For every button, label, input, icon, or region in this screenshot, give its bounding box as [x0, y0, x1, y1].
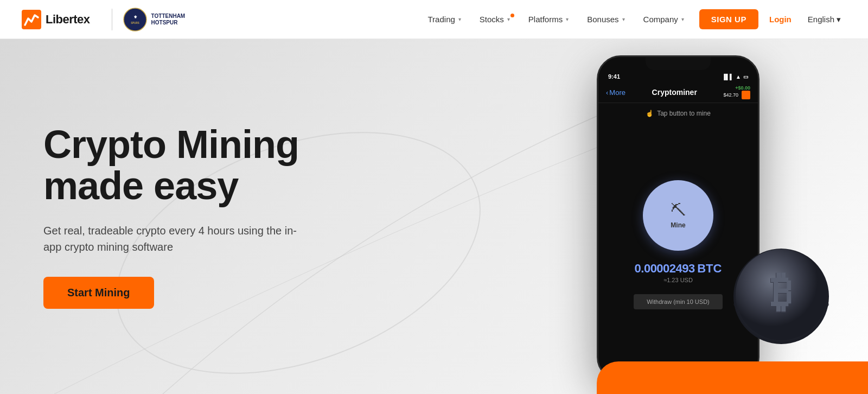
nav-menu: Trading ▾ Stocks ▾ Platforms ▾ Bonuses ▾…	[420, 9, 846, 29]
phone-status-icons: ▐▌▌ ▲ ▭	[722, 74, 748, 80]
signal-icon: ▐▌▌	[722, 74, 733, 80]
btc-amount: 0.00002493	[635, 262, 695, 275]
svg-text:SPURS: SPURS	[131, 22, 139, 24]
hero-subtitle: Get real, tradeable crypto every 4 hours…	[43, 223, 304, 255]
phone-time: 9:41	[608, 73, 620, 80]
chevron-down-icon: ▾	[622, 16, 625, 22]
bitcoin-coin: ₿ ₿	[727, 242, 835, 351]
chevron-down-icon: ▾	[458, 16, 461, 22]
logo-divider	[112, 9, 112, 30]
stocks-notification-dot	[510, 14, 514, 17]
nav-item-platforms[interactable]: Platforms ▾	[521, 10, 576, 28]
btc-symbol: BTC	[697, 262, 722, 275]
hero-content: Crypto Mining made easy Get real, tradea…	[0, 124, 347, 309]
login-button[interactable]: Login	[762, 9, 799, 29]
withdraw-button[interactable]: Withdraw (min 10 USD)	[634, 294, 723, 309]
libertex-icon	[22, 10, 41, 29]
libertex-name: Libertex	[46, 12, 90, 27]
wifi-icon: ▲	[736, 74, 741, 80]
battery-icon: ▭	[743, 74, 748, 80]
pickaxe-icon: ⛏	[671, 201, 686, 219]
phone-topbar: ‹ More Cryptominer +$0.00 $42.70	[598, 82, 758, 103]
svg-rect-0	[22, 10, 41, 29]
phone-tap-instruction: ☝ Tap button to mine	[598, 103, 758, 120]
nav-item-trading[interactable]: Trading ▾	[420, 10, 469, 28]
mine-button[interactable]: ⛏ Mine	[643, 180, 713, 251]
signup-button[interactable]: SIGN UP	[699, 9, 758, 29]
libertex-logo[interactable]: Libertex	[22, 10, 90, 29]
svg-text:₿: ₿	[771, 268, 792, 315]
chevron-down-icon: ▾	[681, 16, 684, 22]
orange-accent-bar	[597, 361, 868, 394]
svg-text:⚜: ⚜	[133, 15, 137, 20]
hero-title: Crypto Mining made easy	[43, 124, 304, 206]
phone-back-button[interactable]: ‹ More	[606, 88, 626, 97]
svg-point-1	[124, 8, 146, 31]
phone-libertex-icon	[742, 91, 750, 99]
spurs-badge-icon: ⚜ SPURS	[123, 8, 147, 31]
chevron-down-icon: ▾	[837, 15, 841, 24]
tap-icon: ☝	[646, 110, 654, 117]
phone-balance: +$0.00 $42.70	[723, 85, 750, 99]
phone-screen-title: Cryptominer	[652, 88, 697, 97]
phone-btc-display: 0.00002493 BTC ≈1.23 USD	[635, 262, 722, 283]
mine-label: Mine	[671, 221, 685, 229]
navbar: Libertex ⚜ SPURS TOTTENHAM HOTSPUR Tradi…	[0, 0, 868, 39]
partner-logo[interactable]: ⚜ SPURS TOTTENHAM HOTSPUR	[123, 8, 186, 31]
chevron-down-icon: ▾	[566, 16, 569, 22]
btc-usd-value: ≈1.23 USD	[635, 277, 722, 283]
phone-balance-amount: $42.70	[723, 92, 738, 98]
chevron-down-icon: ▾	[507, 16, 510, 22]
hero-section: Crypto Mining made easy Get real, tradea…	[0, 39, 868, 394]
phone-balance-gain: +$0.00	[723, 85, 750, 91]
phone-notch	[646, 57, 711, 70]
language-selector[interactable]: English ▾	[802, 10, 846, 29]
start-mining-button[interactable]: Start Mining	[43, 277, 154, 309]
nav-item-stocks[interactable]: Stocks ▾	[472, 10, 518, 28]
hero-visual: 9:41 ▐▌▌ ▲ ▭ ‹ More Cryptominer +$0	[456, 39, 868, 394]
partner-name: TOTTENHAM HOTSPUR	[151, 13, 186, 26]
logo-group: Libertex ⚜ SPURS TOTTENHAM HOTSPUR	[22, 8, 185, 31]
nav-item-company[interactable]: Company ▾	[636, 10, 692, 28]
chevron-left-icon: ‹	[606, 88, 608, 97]
nav-item-bonuses[interactable]: Bonuses ▾	[579, 10, 632, 28]
